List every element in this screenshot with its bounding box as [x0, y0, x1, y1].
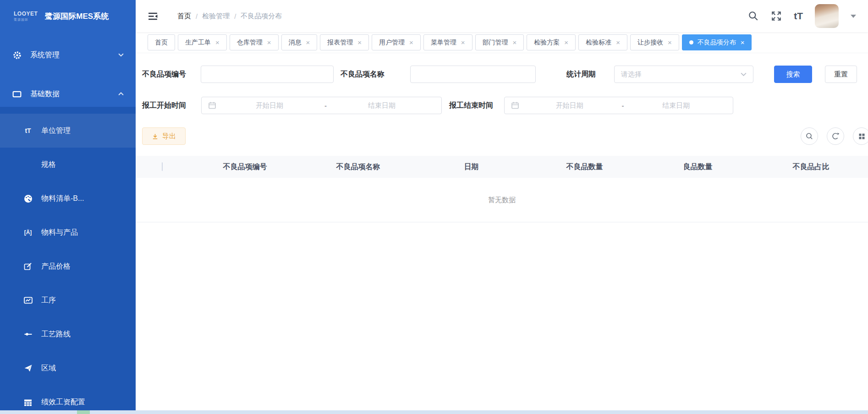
sidebar-item-label: 工艺路线 — [41, 330, 71, 339]
sidebar-item-product-price[interactable]: 产品价格 — [0, 249, 136, 283]
tab-production-order[interactable]: 生产工单× — [178, 34, 227, 50]
close-icon[interactable]: × — [461, 39, 465, 46]
defect-code-label: 不良品项编号 — [142, 70, 186, 79]
close-icon[interactable]: × — [215, 39, 220, 46]
sidebar-item-performance-salary[interactable]: 绩效工资配置 — [0, 385, 136, 414]
column-header: 不良品数量 — [528, 162, 641, 172]
column-settings-button[interactable] — [853, 127, 868, 145]
search-icon[interactable] — [748, 11, 759, 22]
chevron-down-icon[interactable] — [851, 15, 856, 18]
close-icon[interactable]: × — [668, 39, 672, 46]
close-icon[interactable]: × — [741, 39, 745, 46]
filter-row-1: 不良品项编号 不良品项名称 统计周期 请选择 搜索 重置 — [142, 66, 862, 83]
tab-label: 检验标准 — [586, 39, 611, 47]
logo-mark: LOOYET 鹭源国际 — [14, 11, 38, 21]
filter-panel: 不良品项编号 不良品项名称 统计周期 请选择 搜索 重置 报工开始时间 — [136, 53, 868, 114]
app-title: 鹭源国际MES系统 — [45, 11, 109, 22]
breadcrumb-current-page: 不良品项分布 — [241, 12, 282, 21]
tab-inspection-plan[interactable]: 检验方案× — [527, 34, 576, 50]
defect-code-input[interactable] — [201, 66, 334, 83]
sidebar-item-label: 区域 — [41, 364, 56, 373]
tab-departments[interactable]: 部门管理× — [475, 34, 524, 50]
close-icon[interactable]: × — [267, 39, 271, 46]
report-start-daterange[interactable]: 开始日期 - 结束日期 — [201, 97, 442, 114]
chart-icon — [22, 297, 34, 304]
sidebar-item-label: 单位管理 — [41, 126, 71, 136]
sidebar-group-label: 基础数据 — [30, 89, 118, 99]
close-icon[interactable]: × — [357, 39, 362, 46]
tab-label: 报表管理 — [327, 39, 353, 47]
tab-label: 检验方案 — [534, 39, 560, 47]
breadcrumb: 首页 / 检验管理 / 不良品项分布 — [177, 12, 282, 21]
horizontal-scrollbar[interactable] — [0, 410, 868, 414]
tab-label: 仓库管理 — [237, 39, 263, 47]
tab-label: 生产工单 — [185, 39, 211, 47]
search-button[interactable]: 搜索 — [774, 66, 812, 83]
edit-icon — [22, 262, 34, 270]
calendar-icon — [208, 101, 216, 110]
tab-users[interactable]: 用户管理× — [372, 34, 421, 50]
select-placeholder: 请选择 — [621, 70, 741, 79]
end-date-placeholder: 结束日期 — [626, 101, 727, 110]
breadcrumb-home[interactable]: 首页 — [177, 12, 191, 21]
tab-messages[interactable]: 消息× — [281, 34, 318, 50]
tab-label: 不良品项分布 — [698, 39, 736, 47]
export-label: 导出 — [162, 132, 176, 141]
sidebar-group-system[interactable]: 系统管理 — [0, 42, 136, 68]
sidebar-item-material-product[interactable]: [Ä] 物料与产品 — [0, 215, 136, 249]
export-button[interactable]: 导出 — [142, 127, 186, 145]
date-separator: - — [323, 102, 329, 110]
tab-label: 首页 — [155, 39, 168, 47]
collapse-sidebar-icon[interactable] — [148, 12, 158, 21]
breadcrumb-separator: / — [234, 12, 236, 20]
end-date-placeholder: 结束日期 — [329, 101, 435, 110]
tab-concession-acceptance[interactable]: 让步接收× — [630, 34, 679, 50]
column-header: 不良品占比 — [754, 162, 868, 172]
close-icon[interactable]: × — [409, 39, 413, 46]
sidebar-item-area[interactable]: 区域 — [0, 351, 136, 385]
tab-label: 消息 — [289, 39, 302, 47]
date-separator: - — [620, 102, 626, 110]
close-icon[interactable]: × — [564, 39, 568, 46]
sidebar-item-bom[interactable]: 物料清单-B... — [0, 182, 136, 215]
tab-inspection-standard[interactable]: 检验标准× — [578, 34, 627, 50]
sidebar-item-unit-management[interactable]: tT 单位管理 — [0, 114, 136, 148]
avatar[interactable] — [815, 4, 839, 28]
sidebar-item-spec[interactable]: 规格 — [0, 148, 136, 182]
period-select[interactable]: 请选择 — [614, 66, 753, 83]
breadcrumb-inspection-management[interactable]: 检验管理 — [202, 12, 230, 21]
logo-subtext: 鹭源国际 — [14, 18, 38, 21]
column-header: 良品数量 — [641, 162, 754, 172]
tab-label: 部门管理 — [483, 39, 508, 47]
report-end-daterange[interactable]: 开始日期 - 结束日期 — [504, 97, 733, 114]
select-all-checkbox[interactable] — [162, 162, 163, 171]
font-size-icon[interactable]: tT — [794, 11, 803, 22]
close-icon[interactable]: × — [616, 39, 620, 46]
start-date-placeholder: 开始日期 — [216, 101, 323, 110]
active-dot — [689, 40, 693, 44]
defect-name-label: 不良品项名称 — [341, 70, 385, 79]
table-header: 不良品项编号 不良品项名称 日期 不良品数量 良品数量 不良品占比 — [136, 156, 868, 178]
reset-button[interactable]: 重置 — [825, 66, 857, 83]
sidebar-item-process[interactable]: 工序 — [0, 283, 136, 317]
table-tools — [801, 127, 868, 145]
sidebar-group-label: 系统管理 — [30, 50, 118, 60]
tab-defect-distribution[interactable]: 不良品项分布× — [682, 34, 752, 50]
table-icon — [22, 398, 34, 406]
sidebar-item-label: 绩效工资配置 — [41, 397, 85, 407]
sidebar-item-routing[interactable]: 工艺路线 — [0, 317, 136, 351]
fullscreen-icon[interactable] — [771, 11, 782, 22]
tab-menus[interactable]: 菜单管理× — [423, 34, 472, 50]
close-icon[interactable]: × — [306, 39, 310, 46]
tab-warehouse[interactable]: 仓库管理× — [230, 34, 279, 50]
calendar-icon — [511, 101, 519, 110]
sidebar-group-basic-data[interactable]: 基础数据 — [0, 81, 136, 107]
defect-name-input[interactable] — [410, 66, 536, 83]
tab-reports[interactable]: 报表管理× — [320, 34, 369, 50]
tab-home[interactable]: 首页 — [148, 34, 175, 50]
table-search-button[interactable] — [801, 127, 818, 145]
refresh-button[interactable] — [827, 127, 844, 145]
close-icon[interactable]: × — [513, 39, 517, 46]
scrollbar-thumb[interactable] — [77, 410, 90, 414]
logo: LOOYET 鹭源国际 鹭源国际MES系统 — [0, 0, 136, 32]
